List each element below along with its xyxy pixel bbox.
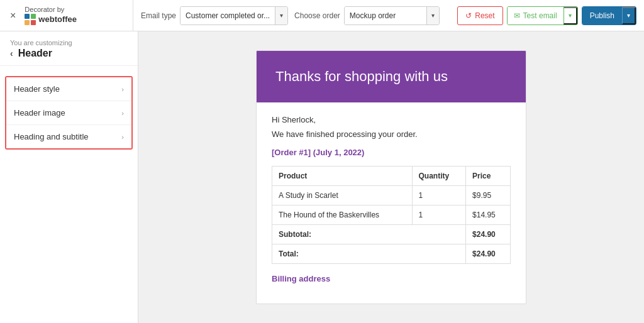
choose-order-arrow-icon[interactable]: ▾ <box>426 7 439 25</box>
logo-sq-blue <box>25 14 30 19</box>
order-table: Product Quantity Price A Study in Scarle… <box>272 166 511 264</box>
menu-item-header-image-label: Header image <box>14 108 65 118</box>
publish-chevron-icon: ▾ <box>627 12 630 19</box>
email-type-value: Customer completed or... <box>180 7 275 25</box>
reset-icon: ↺ <box>465 11 472 20</box>
billing-address-title: Billing address <box>272 274 511 283</box>
email-header: Thanks for shopping with us <box>257 51 526 102</box>
main-layout: You are customizing ‹ Header Header styl… <box>0 31 644 323</box>
sidebar: You are customizing ‹ Header Header styl… <box>0 31 138 323</box>
sidebar-header: You are customizing ‹ Header <box>0 31 138 66</box>
email-type-select[interactable]: Customer completed or... ▾ <box>180 6 288 25</box>
email-type-arrow-icon[interactable]: ▾ <box>275 7 287 25</box>
row2-quantity: 1 <box>412 205 466 225</box>
menu-items-box: Header style › Header image › Heading an… <box>5 76 133 150</box>
brand-section: × Decorator by webtoffee <box>8 0 133 31</box>
menu-item-heading-subtitle-label: Heading and subtitle <box>14 132 89 141</box>
table-row: A Study in Scarlet 1 $9.95 <box>272 186 511 205</box>
row2-product: The Hound of the Baskervilles <box>272 205 413 225</box>
email-preview: Thanks for shopping with us Hi Sherlock,… <box>256 50 526 304</box>
logo-sq-yellow <box>25 20 30 25</box>
topbar: × Decorator by webtoffee Email type C <box>0 0 644 31</box>
subtotal-label: Subtotal: <box>272 225 466 244</box>
publish-dropdown-button[interactable]: ▾ <box>622 7 636 25</box>
brand-logo-squares <box>25 14 36 25</box>
table-row: The Hound of the Baskervilles 1 $14.95 <box>272 205 511 225</box>
menu-item-heading-subtitle-chevron-icon: › <box>121 133 124 141</box>
menu-item-header-style-label: Header style <box>14 84 60 94</box>
table-header-product: Product <box>272 167 413 186</box>
test-email-chevron-icon: ▾ <box>569 12 572 19</box>
brand-logo-row: webtoffee <box>25 14 77 25</box>
table-header-quantity: Quantity <box>412 167 466 186</box>
menu-item-header-image[interactable]: Header image › <box>6 101 131 125</box>
email-message: We have finished processing your order. <box>272 129 511 139</box>
publish-label: Publish <box>590 11 614 20</box>
reset-button[interactable]: ↺ Reset <box>457 6 502 25</box>
menu-item-header-style-chevron-icon: › <box>121 85 124 93</box>
test-email-icon: ✉ <box>514 11 520 20</box>
logo-sq-green <box>31 14 36 19</box>
table-header-price: Price <box>466 167 511 186</box>
email-greeting: Hi Sherlock, <box>272 115 511 124</box>
close-button[interactable]: × <box>8 8 18 24</box>
choose-order-label: Choose order <box>294 11 340 20</box>
sidebar-section-title: ‹ Header <box>10 48 128 59</box>
test-email-group: ✉ Test email ▾ <box>507 6 578 25</box>
total-value: $24.90 <box>466 244 511 264</box>
menu-item-header-image-chevron-icon: › <box>121 109 124 117</box>
choose-order-value: Mockup order <box>345 7 426 25</box>
section-title-text: Header <box>18 48 52 59</box>
email-type-group: Email type Customer completed or... ▾ <box>141 6 288 25</box>
choose-order-group: Choose order Mockup order ▾ <box>294 6 440 25</box>
test-email-dropdown-button[interactable]: ▾ <box>564 7 577 25</box>
reset-label: Reset <box>475 11 494 20</box>
brand: Decorator by webtoffee <box>25 6 77 25</box>
customizing-label: You are customizing <box>10 39 128 47</box>
total-row: Total: $24.90 <box>272 244 511 264</box>
topbar-actions: ↺ Reset ✉ Test email ▾ Publish ▾ <box>457 6 636 25</box>
email-body: Hi Sherlock, We have finished processing… <box>257 102 526 296</box>
test-email-label: Test email <box>523 11 557 20</box>
menu-item-heading-subtitle[interactable]: Heading and subtitle › <box>6 125 131 148</box>
content-area: Thanks for shopping with us Hi Sherlock,… <box>138 31 644 323</box>
brand-name-text: webtoffee <box>38 14 77 25</box>
brand-decorator-text: Decorator by <box>25 6 77 14</box>
row1-quantity: 1 <box>412 186 466 205</box>
test-email-button[interactable]: ✉ Test email <box>508 7 564 25</box>
topbar-controls: Email type Customer completed or... ▾ Ch… <box>141 6 450 25</box>
email-header-title: Thanks for shopping with us <box>275 68 507 85</box>
row2-price: $14.95 <box>466 205 511 225</box>
email-order-link[interactable]: [Order #1] (July 1, 2022) <box>272 148 511 157</box>
publish-button[interactable]: Publish <box>582 7 622 25</box>
sidebar-menu: Header style › Header image › Heading an… <box>0 66 138 323</box>
back-button[interactable]: ‹ <box>10 48 13 58</box>
publish-group: Publish ▾ <box>582 6 636 25</box>
row1-price: $9.95 <box>466 186 511 205</box>
subtotal-row: Subtotal: $24.90 <box>272 225 511 244</box>
total-label: Total: <box>272 244 466 264</box>
row1-product: A Study in Scarlet <box>272 186 413 205</box>
subtotal-value: $24.90 <box>466 225 511 244</box>
logo-sq-red <box>31 20 36 25</box>
choose-order-select[interactable]: Mockup order ▾ <box>344 6 440 25</box>
email-type-label: Email type <box>141 11 176 20</box>
menu-item-header-style[interactable]: Header style › <box>6 77 131 101</box>
